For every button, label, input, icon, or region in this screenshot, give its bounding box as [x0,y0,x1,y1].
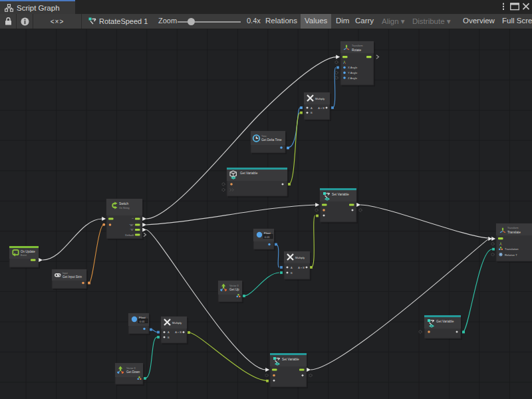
svg-text:Vector 3: Vector 3 [229,285,239,287]
svg-text:Rotate: Rotate [352,49,361,52]
svg-text:Get Up: Get Up [229,288,239,291]
svg-text:"W": "W" [129,223,134,227]
svg-text:Get Delta Time: Get Delta Time [261,138,282,142]
svg-text:Transform: Transform [507,227,519,229]
svg-text:Multiply: Multiply [172,321,182,325]
svg-text:On String: On String [119,207,130,209]
svg-text:A × B: A × B [298,266,305,269]
svg-text:Translate: Translate [507,231,521,234]
svg-text:Time: Time [261,135,267,138]
svg-text:A: A [291,266,293,269]
svg-text:Y Angle: Y Angle [348,71,358,74]
svg-text:A: A [311,106,313,110]
svg-text:Multiply: Multiply [315,97,325,100]
svg-text:Get Variable: Get Variable [240,172,258,175]
svg-text:0.01: 0.01 [140,320,146,323]
svg-text:Translation: Translation [505,247,519,251]
svg-text:Get Variable: Get Variable [436,320,454,323]
svg-text:A × B: A × B [318,106,325,110]
svg-text:Default: Default [125,233,134,237]
svg-text:Input: Input [63,272,68,275]
svg-text:A: A [168,331,170,334]
svg-text:B: B [291,271,293,275]
svg-text:Set Variable: Set Variable [282,358,299,361]
svg-text:B: B [311,111,313,114]
svg-text:A × B: A × B [175,331,182,334]
svg-text:Relative T: Relative T [505,253,517,257]
svg-text:Switch: Switch [119,202,128,205]
svg-text:On Update: On Update [21,250,35,253]
svg-text:Z Angle: Z Angle [348,76,358,80]
svg-text:Get Down: Get Down [126,370,140,374]
svg-text:"S": "S" [130,228,134,231]
svg-text:X Angle: X Angle [348,66,358,69]
svg-text:Event: Event [21,254,27,257]
svg-text:B: B [168,336,170,339]
svg-text:Transform: Transform [352,45,363,47]
svg-text:Vector 3: Vector 3 [126,367,136,370]
svg-text:Get Input Strin: Get Input Strin [63,275,82,279]
svg-text:0.01: 0.01 [265,235,271,239]
svg-text:Set Variable: Set Variable [332,193,349,196]
svg-text:Multiply: Multiply [295,256,305,259]
